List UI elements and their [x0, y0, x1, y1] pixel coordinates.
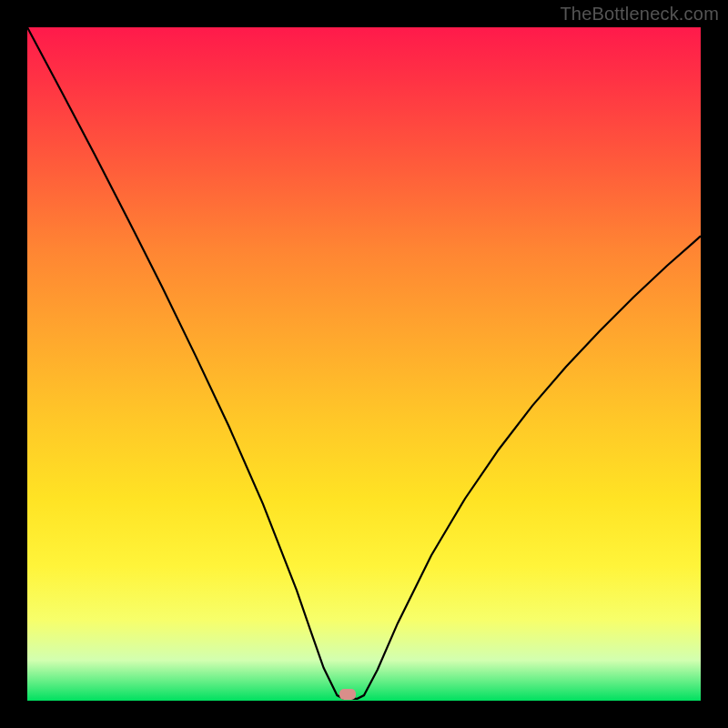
chart-frame: TheBottleneck.com — [0, 0, 728, 728]
plot-outer — [27, 27, 701, 701]
plot-area — [27, 27, 701, 701]
bottleneck-curve — [27, 27, 701, 701]
watermark-text: TheBottleneck.com — [560, 4, 719, 25]
optimal-marker — [339, 689, 356, 700]
curve-path — [27, 27, 701, 699]
